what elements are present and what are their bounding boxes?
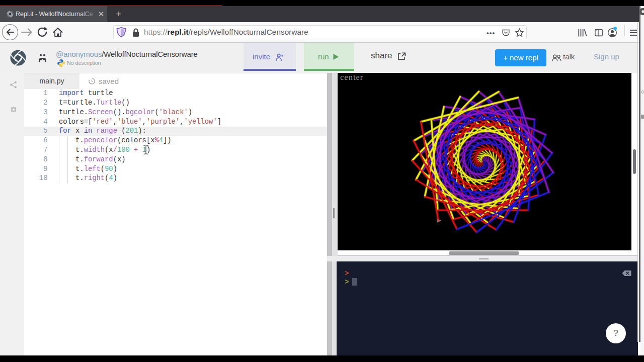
svg-text:center: center xyxy=(340,72,363,82)
